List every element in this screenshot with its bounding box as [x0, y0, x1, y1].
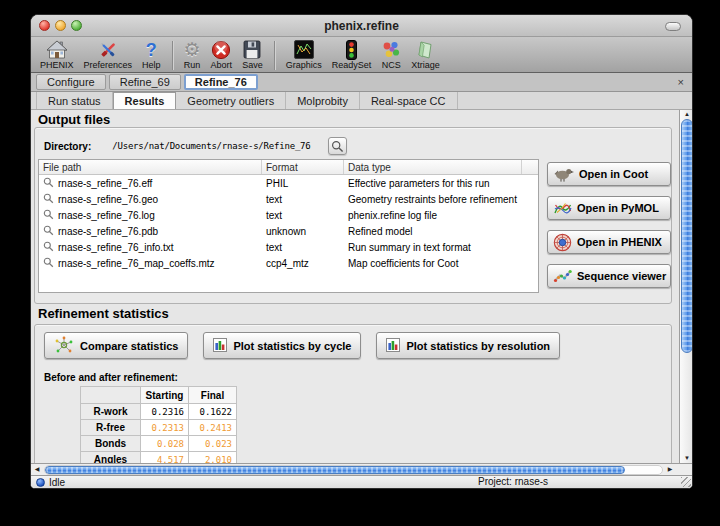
column-header-format[interactable]: Format [262, 160, 344, 174]
stats-final-value: 0.1622 [189, 404, 237, 420]
toolbar-separator [274, 41, 275, 70]
window-titlebar[interactable]: phenix.refine [31, 15, 692, 37]
close-window-button[interactable] [39, 20, 50, 31]
column-header-file-path[interactable]: File path [39, 160, 262, 174]
open-in-phenix-button[interactable]: Open in PHENIX [547, 230, 671, 254]
table-row[interactable]: rnase-s_refine_76_map_coeffs.mtz ccp4_mt… [39, 255, 538, 271]
tab-run-status[interactable]: Run status [36, 92, 113, 109]
stats-starting-value: 0.028 [141, 436, 189, 452]
toolbar-graphics-button[interactable]: Graphics [281, 38, 327, 72]
tab-refine-69[interactable]: Refine_69 [109, 74, 181, 90]
tools-icon [98, 39, 118, 60]
magnifier-icon [43, 177, 54, 190]
tab-configure[interactable]: Configure [36, 74, 106, 90]
toolbar-graphics-label: Graphics [286, 60, 322, 71]
file-format: PHIL [262, 175, 344, 191]
tab-geometry-outliers-label: Geometry outliers [187, 95, 274, 107]
toolbar-abort-label: Abort [211, 60, 233, 71]
horizontal-scrollbar[interactable]: ◀ ▶ [31, 463, 692, 475]
open-in-coot-label: Open in Coot [579, 168, 648, 180]
toolbar-xtriage-label: Xtriage [411, 60, 440, 71]
result-tabs: Run status Results Geometry outliers Mol… [31, 92, 692, 110]
toolbar-xtriage-button[interactable]: Xtriage [406, 38, 445, 72]
tab-results[interactable]: Results [113, 92, 177, 109]
document-tabs: Configure Refine_69 Refine_76 × [31, 73, 692, 92]
toolbar-preferences-button[interactable]: Preferences [79, 38, 138, 72]
table-row[interactable]: rnase-s_refine_76.eff PHIL Effective par… [39, 175, 538, 191]
file-path: rnase-s_refine_76_info.txt [58, 242, 174, 253]
minimize-window-button[interactable] [55, 20, 66, 31]
project-label: Project: rnase-s [478, 476, 548, 488]
toolbar-run-button[interactable]: ⚙ Run [179, 38, 206, 72]
scroll-up-arrow[interactable]: ▲ [680, 110, 692, 119]
file-data-type: Effective parameters for this run [344, 175, 522, 191]
status-text: Idle [49, 477, 65, 488]
toolbar-abort-button[interactable]: Abort [206, 38, 238, 72]
molecules-icon [381, 39, 401, 60]
tab-refine-76[interactable]: Refine_76 [184, 74, 258, 90]
column-header-data-type[interactable]: Data type [344, 160, 522, 174]
main-toolbar: PHENIX Pref [31, 37, 692, 73]
toolbar-ncs-button[interactable]: NCS [376, 38, 406, 72]
refinement-statistics-panel: Compare statistics P [34, 324, 672, 463]
before-after-table: Starting Final R-work 0.2316 0.1622 R-fr… [80, 386, 237, 463]
plot-statistics-by-cycle-button[interactable]: Plot statistics by cycle [203, 332, 361, 359]
stats-starting-value: 4.517 [141, 452, 189, 464]
scroll-right-arrow[interactable]: ▶ [664, 464, 676, 475]
toolbar-save-label: Save [242, 60, 263, 71]
resize-grip[interactable] [681, 477, 691, 487]
toolbar-phenix-button[interactable]: PHENIX [35, 38, 79, 72]
close-tab-icon[interactable]: × [678, 75, 684, 89]
table-row[interactable]: rnase-s_refine_76.pdb unknown Refined mo… [39, 223, 538, 239]
toolbar-help-button[interactable]: ? Help [137, 38, 166, 72]
toolbar-save-button[interactable]: Save [237, 38, 268, 72]
main-area: Run status Results Geometry outliers Mol… [31, 92, 692, 488]
stats-row-label: Bonds [81, 436, 141, 452]
tab-refine-69-label: Refine_69 [120, 76, 170, 88]
tab-real-space-cc[interactable]: Real-space CC [360, 92, 458, 109]
horizontal-scrollbar-thumb[interactable] [45, 466, 625, 474]
table-row[interactable]: rnase-s_refine_76.log text phenix.refine… [39, 207, 538, 223]
toolbar-readyset-button[interactable]: ReadySet [327, 38, 377, 72]
crystal-icon [416, 39, 434, 60]
statistics-buttons-row: Compare statistics P [44, 332, 560, 359]
magnifier-icon [43, 241, 54, 254]
sequence-icon [553, 268, 572, 284]
plot-statistics-by-resolution-button[interactable]: Plot statistics by resolution [376, 332, 560, 359]
stats-row-r-work: R-work 0.2316 0.1622 [81, 404, 237, 420]
magnifier-icon [43, 225, 54, 238]
table-row[interactable]: rnase-s_refine_76.geo text Geometry rest… [39, 191, 538, 207]
stats-final-value: 2.010 [189, 452, 237, 464]
table-row[interactable]: rnase-s_refine_76_info.txt text Run summ… [39, 239, 538, 255]
sequence-viewer-button[interactable]: Sequence viewer [547, 264, 671, 288]
file-data-type: Refined model [344, 223, 522, 239]
directory-label: Directory: [44, 141, 91, 152]
browse-directory-button[interactable] [328, 137, 347, 155]
stats-starting-value: 0.2313 [141, 420, 189, 436]
output-files-table-header: File path Format Data type [39, 160, 538, 175]
file-path: rnase-s_refine_76.log [58, 210, 155, 221]
save-icon [243, 39, 261, 60]
zoom-window-button[interactable] [71, 20, 82, 31]
open-in-coot-button[interactable]: Open in Coot [547, 162, 671, 186]
vertical-scrollbar-thumb[interactable] [681, 119, 692, 353]
open-in-pymol-button[interactable]: Open in PyMOL [547, 196, 671, 220]
file-format: text [262, 207, 344, 223]
tab-molprobity[interactable]: Molprobity [286, 92, 360, 109]
file-data-type: Geometry restraints before refinement [344, 191, 522, 207]
compare-statistics-button[interactable]: Compare statistics [44, 332, 188, 359]
gear-icon: ⚙ [184, 39, 201, 60]
vertical-scrollbar[interactable]: ▲ ▼ [679, 110, 692, 463]
open-actions-column: Open in Coot Open in [547, 162, 671, 298]
stats-column-starting: Starting [141, 387, 189, 404]
pymol-ribbon-icon [553, 200, 572, 216]
scroll-left-arrow[interactable]: ◀ [31, 464, 43, 475]
open-in-phenix-label: Open in PHENIX [577, 236, 662, 248]
tab-geometry-outliers[interactable]: Geometry outliers [176, 92, 286, 109]
toolbar-toggle-button[interactable] [665, 22, 681, 31]
window-title: phenix.refine [324, 19, 399, 33]
tab-real-space-cc-label: Real-space CC [371, 95, 446, 107]
horizontal-scrollbar-track[interactable] [44, 465, 663, 475]
column-header-blank [522, 160, 538, 174]
scroll-down-arrow[interactable]: ▼ [680, 454, 692, 463]
